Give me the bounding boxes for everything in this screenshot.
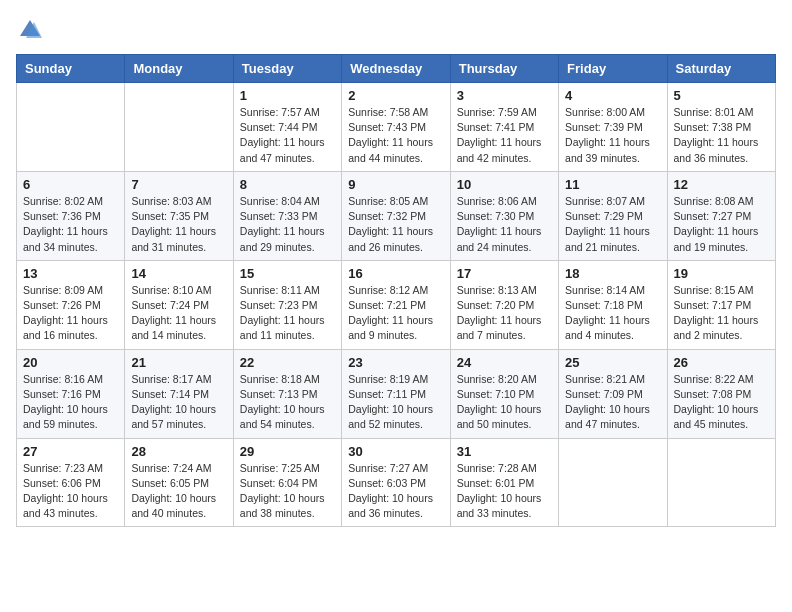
calendar-cell: 27Sunrise: 7:23 AM Sunset: 6:06 PM Dayli… xyxy=(17,438,125,527)
day-number: 29 xyxy=(240,444,335,459)
day-number: 12 xyxy=(674,177,769,192)
calendar-cell: 21Sunrise: 8:17 AM Sunset: 7:14 PM Dayli… xyxy=(125,349,233,438)
day-number: 16 xyxy=(348,266,443,281)
calendar-cell: 29Sunrise: 7:25 AM Sunset: 6:04 PM Dayli… xyxy=(233,438,341,527)
weekday-header-sunday: Sunday xyxy=(17,55,125,83)
calendar-cell: 3Sunrise: 7:59 AM Sunset: 7:41 PM Daylig… xyxy=(450,83,558,172)
day-info: Sunrise: 8:19 AM Sunset: 7:11 PM Dayligh… xyxy=(348,372,443,433)
day-number: 23 xyxy=(348,355,443,370)
day-info: Sunrise: 8:06 AM Sunset: 7:30 PM Dayligh… xyxy=(457,194,552,255)
day-number: 28 xyxy=(131,444,226,459)
day-info: Sunrise: 8:08 AM Sunset: 7:27 PM Dayligh… xyxy=(674,194,769,255)
calendar-cell: 19Sunrise: 8:15 AM Sunset: 7:17 PM Dayli… xyxy=(667,260,775,349)
calendar-cell: 11Sunrise: 8:07 AM Sunset: 7:29 PM Dayli… xyxy=(559,171,667,260)
calendar-cell: 25Sunrise: 8:21 AM Sunset: 7:09 PM Dayli… xyxy=(559,349,667,438)
day-number: 24 xyxy=(457,355,552,370)
logo xyxy=(16,16,48,44)
calendar-cell: 8Sunrise: 8:04 AM Sunset: 7:33 PM Daylig… xyxy=(233,171,341,260)
calendar-cell: 7Sunrise: 8:03 AM Sunset: 7:35 PM Daylig… xyxy=(125,171,233,260)
day-info: Sunrise: 8:01 AM Sunset: 7:38 PM Dayligh… xyxy=(674,105,769,166)
day-number: 30 xyxy=(348,444,443,459)
calendar-cell: 2Sunrise: 7:58 AM Sunset: 7:43 PM Daylig… xyxy=(342,83,450,172)
calendar-cell xyxy=(125,83,233,172)
weekday-header-wednesday: Wednesday xyxy=(342,55,450,83)
calendar-week-5: 27Sunrise: 7:23 AM Sunset: 6:06 PM Dayli… xyxy=(17,438,776,527)
day-info: Sunrise: 7:57 AM Sunset: 7:44 PM Dayligh… xyxy=(240,105,335,166)
calendar-cell xyxy=(559,438,667,527)
day-number: 15 xyxy=(240,266,335,281)
day-number: 4 xyxy=(565,88,660,103)
day-number: 8 xyxy=(240,177,335,192)
day-number: 20 xyxy=(23,355,118,370)
calendar-cell: 1Sunrise: 7:57 AM Sunset: 7:44 PM Daylig… xyxy=(233,83,341,172)
calendar-week-1: 1Sunrise: 7:57 AM Sunset: 7:44 PM Daylig… xyxy=(17,83,776,172)
day-number: 3 xyxy=(457,88,552,103)
calendar-cell: 16Sunrise: 8:12 AM Sunset: 7:21 PM Dayli… xyxy=(342,260,450,349)
day-info: Sunrise: 8:16 AM Sunset: 7:16 PM Dayligh… xyxy=(23,372,118,433)
calendar-cell: 31Sunrise: 7:28 AM Sunset: 6:01 PM Dayli… xyxy=(450,438,558,527)
calendar-cell: 26Sunrise: 8:22 AM Sunset: 7:08 PM Dayli… xyxy=(667,349,775,438)
day-number: 6 xyxy=(23,177,118,192)
day-number: 26 xyxy=(674,355,769,370)
calendar-cell: 20Sunrise: 8:16 AM Sunset: 7:16 PM Dayli… xyxy=(17,349,125,438)
day-info: Sunrise: 7:24 AM Sunset: 6:05 PM Dayligh… xyxy=(131,461,226,522)
day-number: 22 xyxy=(240,355,335,370)
day-number: 7 xyxy=(131,177,226,192)
day-number: 13 xyxy=(23,266,118,281)
calendar-cell: 12Sunrise: 8:08 AM Sunset: 7:27 PM Dayli… xyxy=(667,171,775,260)
calendar-cell: 24Sunrise: 8:20 AM Sunset: 7:10 PM Dayli… xyxy=(450,349,558,438)
calendar-cell: 5Sunrise: 8:01 AM Sunset: 7:38 PM Daylig… xyxy=(667,83,775,172)
logo-icon xyxy=(16,16,44,44)
day-info: Sunrise: 7:23 AM Sunset: 6:06 PM Dayligh… xyxy=(23,461,118,522)
day-number: 1 xyxy=(240,88,335,103)
weekday-header-tuesday: Tuesday xyxy=(233,55,341,83)
day-info: Sunrise: 8:13 AM Sunset: 7:20 PM Dayligh… xyxy=(457,283,552,344)
day-number: 21 xyxy=(131,355,226,370)
weekday-header-friday: Friday xyxy=(559,55,667,83)
day-info: Sunrise: 8:21 AM Sunset: 7:09 PM Dayligh… xyxy=(565,372,660,433)
calendar-cell: 13Sunrise: 8:09 AM Sunset: 7:26 PM Dayli… xyxy=(17,260,125,349)
day-info: Sunrise: 7:27 AM Sunset: 6:03 PM Dayligh… xyxy=(348,461,443,522)
calendar-cell: 30Sunrise: 7:27 AM Sunset: 6:03 PM Dayli… xyxy=(342,438,450,527)
day-number: 31 xyxy=(457,444,552,459)
calendar-cell: 10Sunrise: 8:06 AM Sunset: 7:30 PM Dayli… xyxy=(450,171,558,260)
day-info: Sunrise: 8:05 AM Sunset: 7:32 PM Dayligh… xyxy=(348,194,443,255)
calendar-cell: 17Sunrise: 8:13 AM Sunset: 7:20 PM Dayli… xyxy=(450,260,558,349)
day-info: Sunrise: 8:10 AM Sunset: 7:24 PM Dayligh… xyxy=(131,283,226,344)
day-info: Sunrise: 8:12 AM Sunset: 7:21 PM Dayligh… xyxy=(348,283,443,344)
calendar-cell: 6Sunrise: 8:02 AM Sunset: 7:36 PM Daylig… xyxy=(17,171,125,260)
calendar-cell: 14Sunrise: 8:10 AM Sunset: 7:24 PM Dayli… xyxy=(125,260,233,349)
weekday-header-saturday: Saturday xyxy=(667,55,775,83)
day-info: Sunrise: 8:14 AM Sunset: 7:18 PM Dayligh… xyxy=(565,283,660,344)
day-info: Sunrise: 8:02 AM Sunset: 7:36 PM Dayligh… xyxy=(23,194,118,255)
day-number: 27 xyxy=(23,444,118,459)
day-number: 17 xyxy=(457,266,552,281)
calendar-week-3: 13Sunrise: 8:09 AM Sunset: 7:26 PM Dayli… xyxy=(17,260,776,349)
calendar-cell: 15Sunrise: 8:11 AM Sunset: 7:23 PM Dayli… xyxy=(233,260,341,349)
day-number: 5 xyxy=(674,88,769,103)
day-number: 11 xyxy=(565,177,660,192)
day-number: 25 xyxy=(565,355,660,370)
calendar-cell: 22Sunrise: 8:18 AM Sunset: 7:13 PM Dayli… xyxy=(233,349,341,438)
calendar-table: SundayMondayTuesdayWednesdayThursdayFrid… xyxy=(16,54,776,527)
day-info: Sunrise: 8:15 AM Sunset: 7:17 PM Dayligh… xyxy=(674,283,769,344)
calendar-cell: 23Sunrise: 8:19 AM Sunset: 7:11 PM Dayli… xyxy=(342,349,450,438)
day-info: Sunrise: 8:11 AM Sunset: 7:23 PM Dayligh… xyxy=(240,283,335,344)
day-info: Sunrise: 8:03 AM Sunset: 7:35 PM Dayligh… xyxy=(131,194,226,255)
calendar-header-row: SundayMondayTuesdayWednesdayThursdayFrid… xyxy=(17,55,776,83)
calendar-week-4: 20Sunrise: 8:16 AM Sunset: 7:16 PM Dayli… xyxy=(17,349,776,438)
calendar-cell xyxy=(667,438,775,527)
day-info: Sunrise: 8:20 AM Sunset: 7:10 PM Dayligh… xyxy=(457,372,552,433)
day-number: 18 xyxy=(565,266,660,281)
day-info: Sunrise: 7:58 AM Sunset: 7:43 PM Dayligh… xyxy=(348,105,443,166)
day-number: 2 xyxy=(348,88,443,103)
day-info: Sunrise: 8:07 AM Sunset: 7:29 PM Dayligh… xyxy=(565,194,660,255)
calendar-cell: 18Sunrise: 8:14 AM Sunset: 7:18 PM Dayli… xyxy=(559,260,667,349)
day-info: Sunrise: 8:09 AM Sunset: 7:26 PM Dayligh… xyxy=(23,283,118,344)
day-info: Sunrise: 8:18 AM Sunset: 7:13 PM Dayligh… xyxy=(240,372,335,433)
day-info: Sunrise: 8:00 AM Sunset: 7:39 PM Dayligh… xyxy=(565,105,660,166)
day-info: Sunrise: 7:59 AM Sunset: 7:41 PM Dayligh… xyxy=(457,105,552,166)
calendar-cell: 9Sunrise: 8:05 AM Sunset: 7:32 PM Daylig… xyxy=(342,171,450,260)
page-header xyxy=(16,16,776,44)
calendar-cell: 28Sunrise: 7:24 AM Sunset: 6:05 PM Dayli… xyxy=(125,438,233,527)
